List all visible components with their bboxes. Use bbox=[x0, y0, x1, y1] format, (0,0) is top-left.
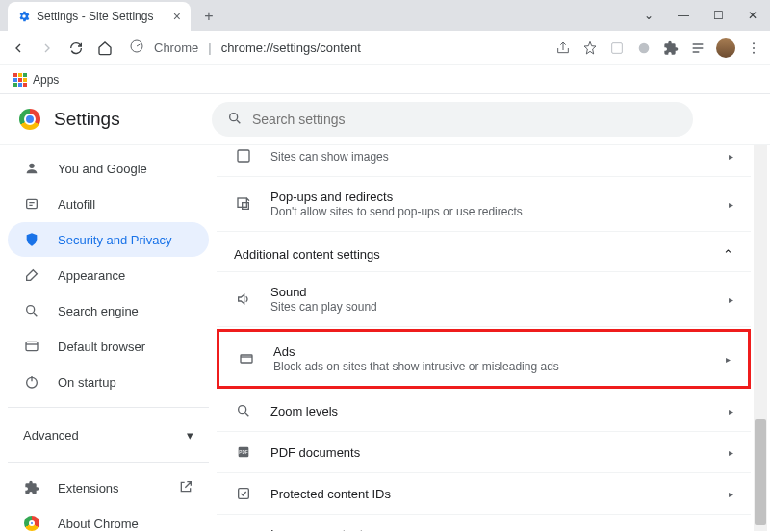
svg-point-9 bbox=[27, 306, 35, 314]
zoom-icon bbox=[234, 403, 253, 418]
sidebar-item-label: You and Google bbox=[58, 162, 147, 176]
omnibox-url: chrome://settings/content bbox=[221, 40, 361, 55]
extensions-puzzle-icon[interactable] bbox=[662, 39, 680, 57]
search-icon bbox=[23, 303, 40, 318]
sidebar-item-search-engine[interactable]: Search engine bbox=[8, 293, 209, 328]
svg-rect-14 bbox=[241, 355, 252, 363]
image-icon bbox=[234, 148, 253, 164]
star-icon[interactable] bbox=[581, 39, 599, 57]
chevron-up-icon: ⌃ bbox=[723, 247, 733, 262]
home-button[interactable] bbox=[94, 38, 116, 59]
chrome-logo-icon bbox=[19, 109, 40, 130]
apps-grid-icon[interactable] bbox=[13, 73, 27, 87]
chevron-right-icon: ▸ bbox=[729, 406, 733, 417]
svg-text:PDF: PDF bbox=[239, 450, 247, 455]
extension-icon-2[interactable] bbox=[635, 39, 653, 57]
bookmarks-bar: Apps bbox=[0, 65, 770, 94]
row-popups-redirects[interactable]: Pop-ups and redirectsDon't allow sites t… bbox=[217, 177, 751, 232]
section-title-label: Additional content settings bbox=[234, 247, 380, 262]
browser-tab[interactable]: Settings - Site Settings × bbox=[8, 2, 191, 31]
chevron-right-icon: ▸ bbox=[729, 199, 733, 210]
sidebar-item-security-privacy[interactable]: Security and Privacy bbox=[8, 222, 209, 257]
sidebar-item-default-browser[interactable]: Default browser bbox=[8, 329, 209, 364]
chevron-right-icon: ▸ bbox=[729, 447, 733, 458]
omnibox[interactable]: Chrome | chrome://settings/content bbox=[123, 38, 547, 57]
sidebar-item-about-chrome[interactable]: About Chrome bbox=[8, 506, 209, 531]
settings-main: Sites can show images ▸ Pop-ups and redi… bbox=[217, 145, 770, 531]
sidebar-divider bbox=[8, 462, 209, 463]
chrome-icon bbox=[23, 516, 40, 531]
svg-point-4 bbox=[753, 47, 755, 49]
row-pdf-documents[interactable]: PDF PDF documents ▸ bbox=[217, 432, 751, 473]
puzzle-icon bbox=[23, 480, 40, 495]
menu-dots-icon[interactable] bbox=[745, 39, 762, 57]
settings-header: Settings bbox=[0, 94, 770, 145]
sidebar-item-label: Extensions bbox=[58, 481, 119, 495]
browser-icon bbox=[23, 339, 40, 354]
profile-avatar[interactable] bbox=[716, 38, 735, 58]
settings-sidebar: You and Google Autofill Security and Pri… bbox=[0, 145, 217, 531]
external-link-icon bbox=[178, 479, 193, 497]
sidebar-item-you-and-google[interactable]: You and Google bbox=[8, 151, 209, 186]
search-input[interactable] bbox=[252, 112, 678, 127]
back-button[interactable] bbox=[8, 38, 29, 59]
sidebar-advanced-toggle[interactable]: Advanced▾ bbox=[8, 416, 209, 454]
svg-rect-12 bbox=[238, 150, 249, 162]
chevron-right-icon: ▸ bbox=[726, 354, 731, 365]
row-title: PDF documents bbox=[270, 445, 711, 460]
close-window-icon[interactable]: ✕ bbox=[735, 0, 770, 31]
close-icon[interactable]: × bbox=[173, 9, 181, 24]
maximize-icon[interactable]: ☐ bbox=[701, 0, 735, 31]
protected-content-icon bbox=[234, 486, 253, 501]
reading-list-icon[interactable] bbox=[689, 39, 706, 57]
popup-icon bbox=[234, 196, 253, 212]
tab-title: Settings - Site Settings bbox=[37, 10, 153, 23]
sidebar-item-label: About Chrome bbox=[58, 517, 139, 531]
sidebar-item-autofill[interactable]: Autofill bbox=[8, 187, 209, 221]
sidebar-divider bbox=[8, 407, 209, 408]
person-icon bbox=[23, 161, 40, 176]
row-images[interactable]: Sites can show images ▸ bbox=[217, 145, 751, 177]
row-protected-content[interactable]: Protected content IDs ▸ bbox=[217, 473, 751, 515]
sidebar-item-label: Default browser bbox=[58, 340, 145, 354]
forward-button[interactable] bbox=[37, 38, 58, 59]
row-ads[interactable]: AdsBlock ads on sites that show intrusiv… bbox=[219, 332, 748, 386]
autofill-icon bbox=[23, 196, 40, 212]
minimize-icon[interactable]: — bbox=[666, 0, 701, 31]
row-sound[interactable]: SoundSites can play sound ▸ bbox=[217, 272, 751, 327]
scrollbar[interactable] bbox=[754, 145, 767, 531]
extension-icon-1[interactable] bbox=[608, 39, 626, 57]
sound-icon bbox=[234, 291, 253, 307]
additional-content-header[interactable]: Additional content settings ⌃ bbox=[217, 232, 751, 272]
svg-rect-8 bbox=[27, 199, 38, 208]
sidebar-item-extensions[interactable]: Extensions bbox=[8, 470, 209, 505]
row-zoom-levels[interactable]: Zoom levels ▸ bbox=[217, 391, 751, 432]
search-settings-box[interactable] bbox=[212, 102, 693, 137]
row-subtitle: Sites can show images bbox=[270, 150, 711, 164]
scrollbar-thumb[interactable] bbox=[755, 419, 766, 525]
window-controls: ⌄ — ☐ ✕ bbox=[631, 0, 770, 31]
sidebar-item-appearance[interactable]: Appearance bbox=[8, 258, 209, 292]
chevron-down-icon[interactable]: ⌄ bbox=[631, 0, 666, 31]
svg-point-15 bbox=[239, 406, 246, 414]
chevron-right-icon: ▸ bbox=[729, 489, 733, 499]
reload-button[interactable] bbox=[65, 38, 87, 59]
row-title: Pop-ups and redirects bbox=[270, 190, 711, 204]
row-title: Zoom levels bbox=[270, 404, 711, 418]
brush-icon bbox=[23, 267, 40, 283]
sidebar-item-on-startup[interactable]: On startup bbox=[8, 365, 209, 399]
sidebar-item-label: Search engine bbox=[58, 304, 139, 318]
sidebar-item-label: Autofill bbox=[58, 197, 95, 212]
svg-rect-18 bbox=[239, 489, 249, 499]
toolbar-actions bbox=[554, 38, 762, 58]
omnibox-source-label: Chrome bbox=[154, 40, 198, 55]
site-info-icon[interactable] bbox=[129, 38, 144, 57]
ads-highlight-box: AdsBlock ads on sites that show intrusiv… bbox=[217, 329, 751, 389]
new-tab-button[interactable]: + bbox=[196, 4, 221, 29]
sidebar-item-label: On startup bbox=[58, 375, 116, 390]
row-insecure-content[interactable]: Insecure contentInsecure content is bloc… bbox=[217, 515, 751, 531]
page-title: Settings bbox=[54, 109, 120, 130]
share-icon[interactable] bbox=[554, 39, 572, 57]
apps-label[interactable]: Apps bbox=[33, 73, 59, 87]
row-subtitle: Don't allow sites to send pop-ups or use… bbox=[270, 205, 711, 218]
